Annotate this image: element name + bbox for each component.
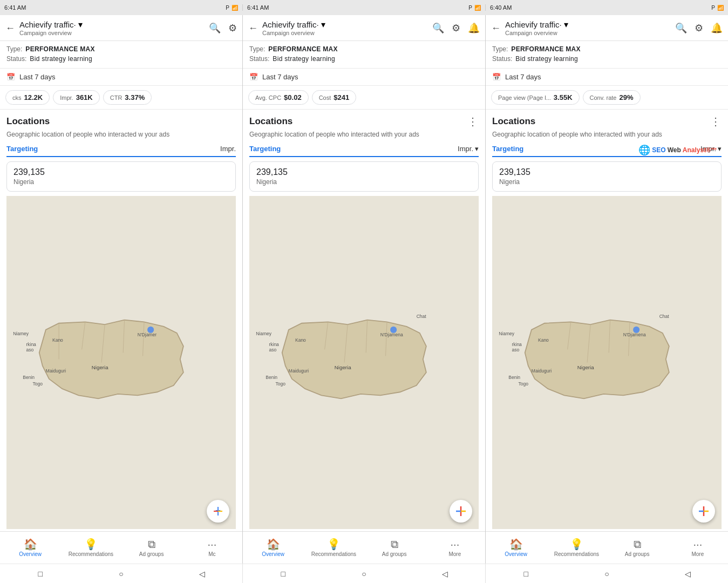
locations-title-2: Locations: [249, 116, 292, 127]
search-icon-3[interactable]: 🔍: [675, 23, 687, 33]
sys-circle-2[interactable]: ○: [357, 567, 370, 580]
location-value-1: 239,135: [13, 167, 229, 177]
locations-title-3: Locations: [492, 116, 535, 127]
indicator-3: P: [711, 5, 715, 11]
svg-text:Benin: Benin: [508, 375, 520, 380]
nav-overview-1[interactable]: 🏠 Overview: [0, 532, 60, 564]
map-plus-btn-2[interactable]: [450, 500, 472, 523]
metric-pill-3-0[interactable]: Page view (Page l... 3.55K: [491, 90, 580, 105]
nav-more-2[interactable]: ··· More: [425, 532, 485, 564]
campaign-dropdown-1[interactable]: ▾: [78, 19, 83, 30]
sys-square-3[interactable]: □: [520, 567, 533, 580]
status-value-2: Bid strategy learning: [273, 55, 335, 63]
targeting-label-3[interactable]: Targeting: [492, 145, 523, 153]
back-btn-3[interactable]: ←: [491, 23, 501, 33]
svg-text:Benin: Benin: [266, 375, 277, 380]
svg-text:N'Djamer: N'Djamer: [138, 332, 157, 337]
map-area-2[interactable]: rkina aso Benin Togo Kano Nigeria Maidug…: [249, 196, 479, 529]
type-row-3: Type: PERFORMANCE MAX: [492, 45, 722, 53]
sys-circle-1[interactable]: ○: [114, 567, 127, 580]
bell-icon-2[interactable]: 🔔: [468, 23, 480, 33]
nav-more-1[interactable]: ··· Mc: [182, 532, 242, 564]
targeting-label-1[interactable]: Targeting: [6, 145, 38, 153]
lightbulb-icon-3: 💡: [570, 539, 583, 550]
nav-label-more-3: More: [691, 551, 704, 557]
type-label-2: Type:: [249, 45, 265, 53]
settings-icon-2[interactable]: ⚙: [452, 23, 460, 33]
nav-recommendations-3[interactable]: 💡 Recommendations: [546, 532, 607, 564]
svg-text:Maiduguri: Maiduguri: [532, 368, 552, 374]
metric-pill-1-2[interactable]: CTR 3.37%: [103, 90, 152, 105]
metric-pill-1-1[interactable]: Impr. 361K: [53, 90, 100, 105]
nav-adgroups-3[interactable]: ⧉ Ad groups: [607, 532, 668, 564]
metric-pill-2-0[interactable]: Avg. CPC $0.02: [248, 90, 309, 105]
nav-recommendations-2[interactable]: 💡 Recommendations: [303, 532, 364, 564]
locations-section-2: Locations ⋮ Geographic location of peopl…: [243, 110, 485, 531]
back-btn-1[interactable]: ←: [5, 23, 15, 33]
campaign-dropdown-2[interactable]: ▾: [321, 19, 325, 30]
svg-text:Chat: Chat: [659, 314, 670, 319]
date-bar-1[interactable]: 📅 Last 7 days: [0, 69, 242, 86]
sys-square-2[interactable]: □: [277, 567, 290, 580]
nav-label-overview-2: Overview: [262, 551, 284, 557]
metric-label-1-1: Impr.: [60, 94, 73, 101]
phone-panel-2: ← Achievify traffic· ▾ Campaign overview…: [243, 15, 486, 564]
type-row-2: Type: PERFORMANCE MAX: [249, 45, 479, 53]
locations-header-1: Locations: [6, 116, 236, 127]
metric-pill-3-1[interactable]: Conv. rate 29%: [583, 90, 641, 105]
sys-back-1[interactable]: ◁: [195, 567, 208, 580]
nav-overview-3[interactable]: 🏠 Overview: [486, 532, 546, 564]
svg-text:aso: aso: [512, 347, 519, 352]
nav-overview-2[interactable]: 🏠 Overview: [243, 532, 303, 564]
svg-text:Chat: Chat: [417, 314, 427, 319]
locations-menu-icon-3[interactable]: ⋮: [710, 116, 722, 127]
location-row-1: 239,135 Nigeria: [6, 161, 236, 192]
status-label-2: Status:: [249, 55, 269, 63]
title-area-1: Achievify traffic· ▾ Campaign overview: [19, 19, 205, 36]
map-area-1[interactable]: rkina aso Benin Togo Kano Nigeria Maidug…: [6, 196, 236, 529]
sys-square-1[interactable]: □: [34, 567, 47, 580]
lightbulb-icon-1: 💡: [84, 539, 98, 550]
status-bar: 6:41 AM P 📶 6:41 AM P 📶 6:40 AM P 📶: [0, 0, 728, 15]
back-btn-2[interactable]: ←: [248, 23, 258, 33]
metric-value-3-1: 29%: [619, 93, 633, 101]
status-row-3: Status: Bid strategy learning: [492, 55, 722, 63]
date-bar-2[interactable]: 📅 Last 7 days: [243, 69, 485, 86]
map-plus-btn-3[interactable]: [692, 500, 715, 523]
svg-text:Togo: Togo: [33, 381, 43, 387]
sys-back-3[interactable]: ◁: [681, 567, 694, 580]
settings-icon-1[interactable]: ⚙: [228, 23, 237, 33]
title-area-2: Achievify traffic· ▾ Campaign overview: [262, 19, 428, 36]
location-name-3: Nigeria: [499, 178, 715, 186]
status-right-1: P 📶: [226, 5, 238, 11]
nav-label-adgroups-3: Ad groups: [625, 551, 650, 557]
campaign-subtitle-3: Campaign overview: [505, 30, 671, 36]
nav-adgroups-1[interactable]: ⧉ Ad groups: [121, 532, 182, 564]
sys-back-2[interactable]: ◁: [438, 567, 451, 580]
metric-label-3-1: Conv. rate: [590, 94, 617, 101]
search-icon-2[interactable]: 🔍: [432, 23, 444, 33]
sys-circle-3[interactable]: ○: [600, 567, 613, 580]
indicator-1: P: [226, 5, 229, 11]
metric-pill-2-1[interactable]: Cost $241: [312, 90, 357, 105]
campaign-row-3: Achievify traffic· ▾: [505, 19, 671, 30]
header-3: ← Achievify traffic· ▾ Campaign overview…: [486, 15, 728, 41]
date-bar-3[interactable]: 📅 Last 7 days: [486, 69, 728, 86]
settings-icon-3[interactable]: ⚙: [695, 23, 703, 33]
locations-menu-icon-2[interactable]: ⋮: [467, 116, 479, 127]
locations-header-2: Locations ⋮: [249, 116, 479, 127]
map-area-3[interactable]: rkina aso Benin Togo Kano Nigeria Maidug…: [492, 196, 722, 529]
targeting-label-2[interactable]: Targeting: [249, 145, 281, 153]
metric-pill-1-0[interactable]: cks 12.2K: [5, 90, 50, 105]
search-icon-1[interactable]: 🔍: [209, 23, 221, 33]
calendar-icon-2: 📅: [249, 73, 258, 81]
nav-adgroups-2[interactable]: ⧉ Ad groups: [364, 532, 425, 564]
bell-icon-3[interactable]: 🔔: [711, 23, 723, 33]
time-1: 6:41 AM: [4, 4, 26, 11]
nav-recommendations-1[interactable]: 💡 Recommendations: [60, 532, 121, 564]
map-plus-btn-1[interactable]: +: [207, 500, 229, 523]
location-value-2: 239,135: [256, 167, 472, 177]
campaign-dropdown-3[interactable]: ▾: [564, 19, 568, 30]
nav-more-3[interactable]: ··· More: [668, 532, 728, 564]
campaign-info-1: Type: PERFORMANCE MAX Status: Bid strate…: [0, 41, 242, 69]
